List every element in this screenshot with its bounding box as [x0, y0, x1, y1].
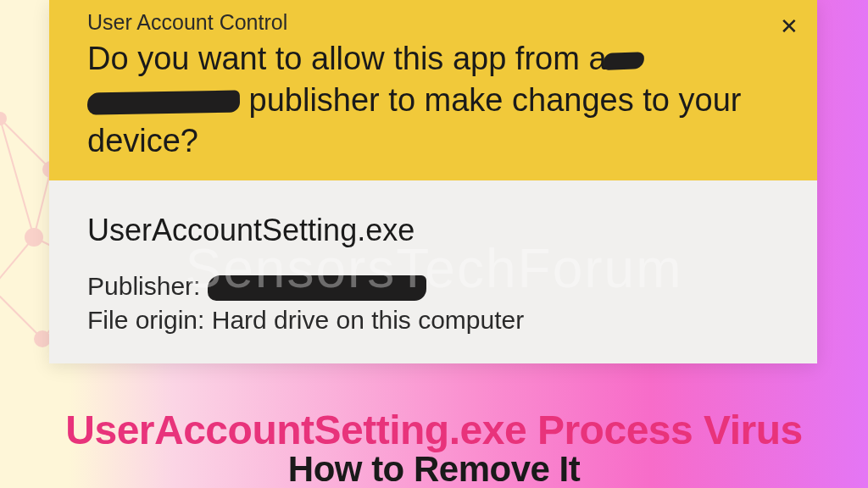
uac-dialog-header: User Account Control ✕ Do you want to al… — [49, 0, 817, 180]
redaction-mark — [603, 52, 644, 70]
uac-dialog: User Account Control ✕ Do you want to al… — [49, 0, 817, 363]
publisher-label: Publisher: — [87, 272, 200, 300]
article-caption: UserAccountSetting.exe Process Virus How… — [0, 410, 868, 488]
svg-point-14 — [34, 330, 51, 347]
caption-title: UserAccountSetting.exe Process Virus — [0, 410, 868, 452]
redaction-mark — [87, 90, 240, 114]
publisher-row: Publisher: — [87, 272, 798, 301]
close-icon[interactable]: ✕ — [780, 15, 798, 37]
program-name: UserAccountSetting.exe — [87, 213, 798, 248]
file-origin-row: File origin: Hard drive on this computer — [87, 306, 798, 335]
file-origin-label: File origin: — [87, 306, 204, 334]
svg-point-11 — [25, 228, 43, 247]
prompt-text-2: publisher to make changes to your — [249, 82, 742, 118]
uac-title: User Account Control — [87, 10, 798, 35]
svg-line-5 — [0, 288, 42, 339]
uac-prompt: Do you want to allow this app from a pub… — [87, 38, 798, 162]
caption-subtitle: How to Remove It — [0, 452, 868, 488]
uac-dialog-body: UserAccountSetting.exe Publisher: File o… — [49, 180, 817, 363]
redaction-mark — [208, 275, 426, 301]
file-origin-value: Hard drive on this computer — [204, 306, 524, 334]
prompt-text-1: Do you want to allow this app from a — [87, 41, 607, 76]
prompt-text-3: device? — [87, 123, 198, 158]
svg-line-2 — [34, 169, 51, 237]
